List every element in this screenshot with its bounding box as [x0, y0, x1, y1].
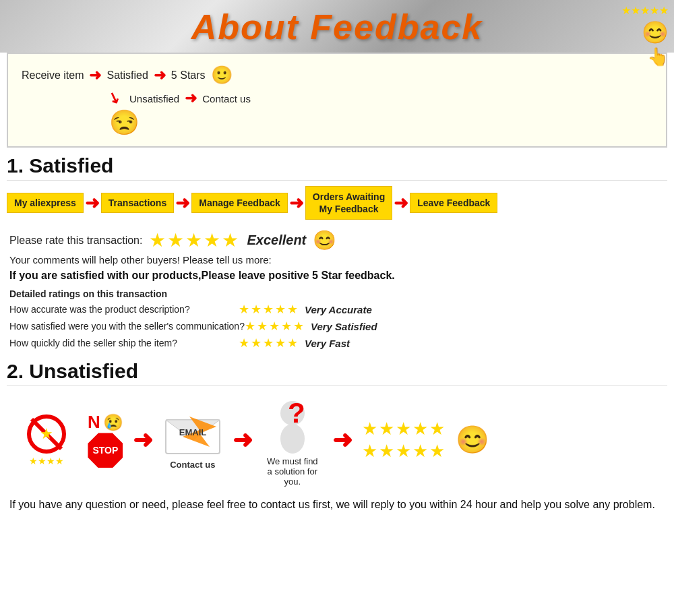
- question-figure-icon: ?: [262, 393, 323, 454]
- svg-text:?: ?: [288, 397, 305, 429]
- step-arrow-1: ➜: [85, 193, 100, 214]
- no-stars-row: ★★★★: [29, 456, 64, 466]
- unsatisfied-label: Unsatisfied: [129, 93, 179, 104]
- arrow-3: ➜: [185, 90, 197, 107]
- flow-row-satisfied: Receive item ➜ Satisfied ➜ 5 Stars 🙂: [22, 65, 652, 86]
- result-star-1: ★: [362, 419, 377, 439]
- page-title: About Feedback: [0, 7, 674, 47]
- bottom-text: If you have any question or need, please…: [9, 496, 665, 514]
- receive-item-label: Receive item: [22, 69, 84, 82]
- unsatisfied-arrow-2: ➜: [233, 426, 253, 454]
- solution-text: We must finda solution foryou.: [267, 456, 318, 487]
- flow-diagram: Receive item ➜ Satisfied ➜ 5 Stars 🙂 ↘ U…: [7, 53, 667, 148]
- detail-answer-2: Very Satisfied: [311, 321, 377, 332]
- no-circle-icon: ★: [26, 414, 67, 454]
- arrow-2: ➜: [154, 67, 166, 84]
- arrow-diag: ↘: [105, 88, 123, 109]
- please-leave-text: If you are satisfied with our products,P…: [9, 270, 665, 282]
- rate-row: Please rate this transaction: ★★★★★ Exce…: [9, 229, 665, 251]
- result-star-8: ★: [396, 441, 411, 462]
- result-star-9: ★: [412, 441, 428, 462]
- detail-stars-1: ★★★★★: [239, 302, 299, 317]
- arrow-1: ➜: [89, 67, 101, 84]
- excellent-label: Excellent: [247, 233, 306, 248]
- detail-question-3: How quickly did the seller ship the item…: [9, 338, 239, 348]
- step-manage-feedback[interactable]: Manage Feedback: [191, 193, 288, 213]
- rate-label: Please rate this transaction:: [9, 235, 142, 247]
- result-star-6: ★: [362, 441, 377, 462]
- result-star-5: ★: [429, 419, 445, 439]
- n-label: N: [88, 412, 100, 433]
- flow-row-unsatisfied: ↘ Unsatisfied ➜ Contact us: [102, 90, 652, 107]
- svg-text:EMAIL: EMAIL: [179, 427, 207, 437]
- detail-answer-3: Very Fast: [305, 338, 350, 349]
- stop-block: N 😢 STOP: [88, 412, 123, 468]
- svg-text:★: ★: [40, 425, 53, 442]
- sad-face-icon: 😢: [103, 413, 123, 432]
- step-arrow-2: ➜: [175, 193, 190, 214]
- five-stars-grid: ★ ★ ★ ★ ★ ★ ★ ★ ★ ★: [362, 419, 445, 462]
- step-orders-awaiting[interactable]: Orders AwaitingMy Feedback: [305, 186, 392, 220]
- sad-emoji: 😒: [109, 109, 652, 137]
- satisfied-label: Satisfied: [106, 69, 148, 82]
- step-my-aliexpress[interactable]: My aliexpress: [7, 193, 84, 213]
- detail-stars-2: ★★★★★: [245, 319, 305, 334]
- contact-us-flow-label: Contact us: [202, 93, 251, 104]
- section1-title: 1. Satisfied: [7, 154, 667, 181]
- detail-question-1: How accurate was the product description…: [9, 304, 239, 315]
- result-star-3: ★: [396, 419, 411, 439]
- happy-emoji-icon: 😊: [456, 424, 489, 456]
- detailed-ratings: Detailed ratings on this transaction How…: [9, 288, 665, 350]
- no-star-block: ★ ★★★★: [9, 414, 84, 466]
- excellent-emoji: 😊: [313, 229, 336, 251]
- step-arrow-3: ➜: [289, 193, 304, 214]
- result-star-4: ★: [412, 419, 428, 439]
- detail-question-2: How satisfied were you with the seller's…: [9, 321, 245, 332]
- header-stars-decoration: ★★★★★ 😊 👆: [621, 4, 669, 67]
- rating-stars: ★★★★★: [149, 229, 240, 251]
- result-star-2: ★: [379, 419, 394, 439]
- smile-emoji: 🙂: [211, 65, 233, 86]
- section2-title: 2. Unsatisfied: [7, 360, 667, 386]
- five-stars-result-block: ★ ★ ★ ★ ★ ★ ★ ★ ★ ★ 😊: [362, 419, 489, 462]
- detail-stars-3: ★★★★★: [239, 336, 299, 350]
- result-star-7: ★: [379, 441, 394, 462]
- contact-us-label: Contact us: [170, 460, 215, 470]
- page-header: ★★★★★ 😊 👆 About Feedback: [0, 0, 674, 53]
- detailed-title: Detailed ratings on this transaction: [9, 288, 665, 299]
- unsatisfied-arrow-1: ➜: [133, 426, 153, 454]
- five-stars-label: 5 Stars: [171, 69, 206, 82]
- step-arrow-4: ➜: [394, 193, 408, 214]
- steps-navigation: My aliexpress ➜ Transactions ➜ Manage Fe…: [7, 186, 667, 220]
- stop-sign-icon: STOP: [88, 433, 123, 468]
- result-star-10: ★: [429, 441, 445, 462]
- unsatisfied-diagram: ★ ★★★★ N 😢 STOP ➜ EMAIL Contact us ➜: [9, 393, 665, 487]
- step-leave-feedback[interactable]: Leave Feedback: [410, 193, 497, 213]
- detail-row-1: How accurate was the product description…: [9, 302, 665, 317]
- comments-label: Your comments will help other buyers! Pl…: [9, 254, 665, 266]
- question-figure-block: ? We must finda solution foryou.: [262, 393, 323, 487]
- detail-row-3: How quickly did the seller ship the item…: [9, 336, 665, 350]
- step-transactions[interactable]: Transactions: [101, 193, 174, 213]
- detail-answer-1: Very Accurate: [305, 304, 372, 315]
- email-icon: EMAIL: [162, 410, 223, 457]
- email-block: EMAIL Contact us: [162, 410, 223, 470]
- unsatisfied-arrow-3: ➜: [332, 426, 353, 454]
- detail-row-2: How satisfied were you with the seller's…: [9, 319, 665, 334]
